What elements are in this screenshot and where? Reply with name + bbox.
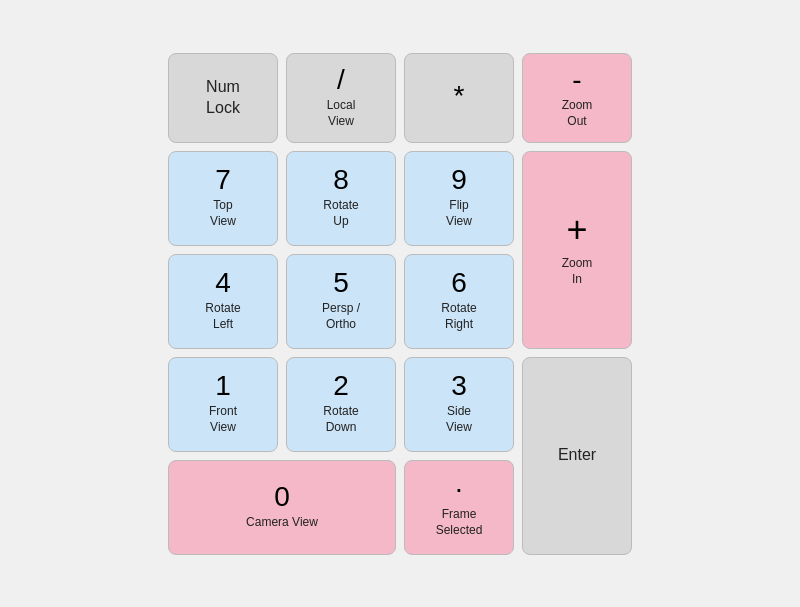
five-label: Persp /Ortho: [322, 301, 360, 332]
key-five[interactable]: 5 Persp /Ortho: [286, 254, 396, 349]
zero-number: 0: [274, 483, 290, 511]
six-number: 6: [451, 269, 467, 297]
two-number: 2: [333, 372, 349, 400]
one-label: FrontView: [209, 404, 237, 435]
numlock-label: NumLock: [206, 77, 240, 119]
key-seven[interactable]: 7 TopView: [168, 151, 278, 246]
nine-number: 9: [451, 166, 467, 194]
key-dot[interactable]: · FrameSelected: [404, 460, 514, 555]
enter-label: Enter: [558, 445, 596, 466]
multiply-number: *: [454, 82, 465, 110]
numpad: NumLock / LocalView * - ZoomOut 7 TopVie…: [148, 33, 652, 575]
three-number: 3: [451, 372, 467, 400]
minus-number: -: [572, 66, 581, 94]
eight-number: 8: [333, 166, 349, 194]
two-label: RotateDown: [323, 404, 358, 435]
nine-label: FlipView: [446, 198, 472, 229]
key-numlock[interactable]: NumLock: [168, 53, 278, 143]
key-three[interactable]: 3 SideView: [404, 357, 514, 452]
divide-label: LocalView: [327, 98, 356, 129]
minus-label: ZoomOut: [562, 98, 593, 129]
divide-number: /: [337, 66, 345, 94]
key-minus[interactable]: - ZoomOut: [522, 53, 632, 143]
dot-number: ·: [455, 475, 463, 503]
key-two[interactable]: 2 RotateDown: [286, 357, 396, 452]
key-zero[interactable]: 0 Camera View: [168, 460, 396, 555]
eight-label: RotateUp: [323, 198, 358, 229]
plus-label: ZoomIn: [562, 256, 593, 287]
one-number: 1: [215, 372, 231, 400]
plus-symbol: +: [566, 212, 587, 248]
key-enter[interactable]: Enter: [522, 357, 632, 555]
seven-number: 7: [215, 166, 231, 194]
key-divide[interactable]: / LocalView: [286, 53, 396, 143]
key-nine[interactable]: 9 FlipView: [404, 151, 514, 246]
zero-label: Camera View: [246, 515, 318, 531]
dot-label: FrameSelected: [436, 507, 483, 538]
key-plus[interactable]: + ZoomIn: [522, 151, 632, 349]
seven-label: TopView: [210, 198, 236, 229]
five-number: 5: [333, 269, 349, 297]
three-label: SideView: [446, 404, 472, 435]
key-four[interactable]: 4 RotateLeft: [168, 254, 278, 349]
four-label: RotateLeft: [205, 301, 240, 332]
six-label: RotateRight: [441, 301, 476, 332]
key-multiply[interactable]: *: [404, 53, 514, 143]
key-six[interactable]: 6 RotateRight: [404, 254, 514, 349]
key-one[interactable]: 1 FrontView: [168, 357, 278, 452]
four-number: 4: [215, 269, 231, 297]
key-eight[interactable]: 8 RotateUp: [286, 151, 396, 246]
